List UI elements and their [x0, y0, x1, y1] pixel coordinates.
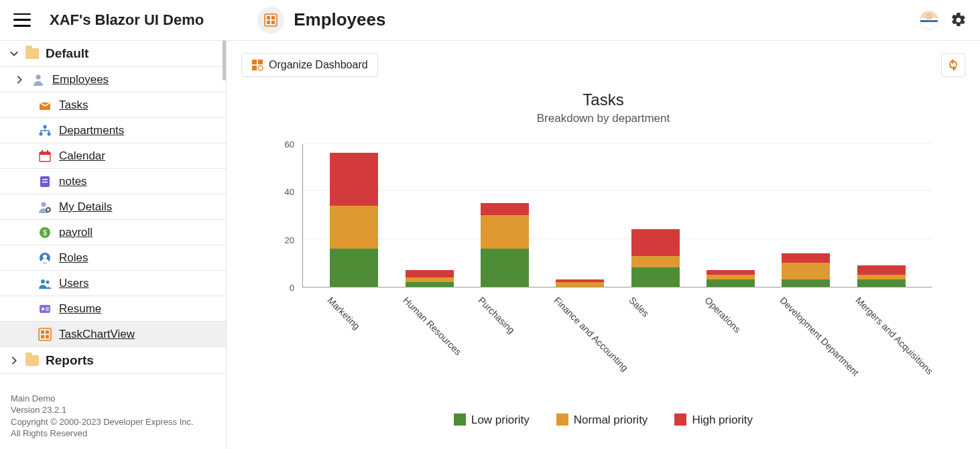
sidebar-item-label: Employees [52, 73, 109, 86]
sidebar-item-departments[interactable]: Departments [0, 118, 226, 143]
person-icon [31, 72, 46, 87]
svg-rect-32 [46, 330, 49, 334]
sidebar-item-label: Users [59, 277, 88, 290]
legend-item[interactable]: Low priority [454, 413, 530, 427]
y-axis-tick: 40 [267, 187, 294, 197]
sidebar-item-roles[interactable]: Roles [0, 245, 226, 271]
inbox-icon [38, 98, 52, 113]
bar-marketing[interactable] [330, 153, 378, 287]
chart-title: Tasks [583, 90, 623, 109]
y-axis-tick: 20 [267, 235, 294, 245]
svg-text:$: $ [43, 229, 47, 237]
svg-rect-28 [46, 308, 49, 308]
folder-icon [25, 355, 39, 366]
bar-development-department[interactable] [782, 253, 830, 287]
app-title: XAF's Blazor UI Demo [50, 11, 204, 29]
bar-segment [782, 263, 830, 279]
sidebar-item-label: Resume [59, 302, 101, 316]
sidebar-item-users[interactable]: Users [0, 271, 226, 296]
x-axis-label: Purchasing [418, 295, 518, 395]
bar-segment [782, 253, 830, 263]
lock-person-icon [38, 200, 52, 214]
footer-line: All Rights Reserved [11, 428, 215, 440]
dashboard-gear-icon [251, 59, 263, 71]
refresh-icon [946, 58, 960, 72]
folder-icon [25, 48, 39, 59]
sidebar-item-tasks[interactable]: Tasks [0, 92, 226, 118]
bar-sales[interactable] [631, 229, 680, 287]
bar-mergers-and-acquisitions[interactable] [857, 265, 906, 287]
nav-group-label: Reports [46, 353, 94, 368]
bar-segment [481, 215, 529, 249]
users-icon [38, 276, 52, 291]
sidebar-item-taskchartview[interactable]: TaskChartView [0, 322, 226, 347]
gear-icon [951, 12, 967, 28]
legend-swatch [674, 413, 686, 426]
svg-rect-30 [39, 328, 51, 340]
organize-dashboard-button[interactable]: Organize Dashboard [241, 53, 378, 77]
sidebar-item-payroll[interactable]: $payroll [0, 220, 226, 245]
bar-purchasing[interactable] [481, 203, 529, 287]
sidebar-item-my-details[interactable]: My Details [0, 194, 226, 220]
svg-rect-29 [46, 310, 49, 310]
sidebar-item-resume[interactable]: Resume [0, 296, 226, 322]
user-avatar[interactable] [920, 11, 938, 29]
refresh-button[interactable] [941, 53, 965, 77]
svg-rect-11 [40, 152, 50, 155]
svg-rect-1 [267, 16, 270, 19]
chevron-right-icon [13, 75, 25, 84]
svg-rect-36 [258, 60, 263, 64]
bar-segment [631, 267, 680, 287]
calendar-icon [38, 149, 52, 164]
sidebar-item-label: payroll [59, 226, 93, 239]
svg-rect-16 [42, 182, 48, 183]
legend-item[interactable]: High priority [674, 413, 753, 427]
bar-human-resources[interactable] [406, 270, 454, 287]
sidebar-item-employees[interactable]: Employees [0, 67, 226, 92]
svg-rect-34 [46, 335, 49, 338]
page-icon [257, 7, 284, 34]
bar-segment [330, 249, 378, 287]
x-axis-label: Human Resources [342, 295, 442, 395]
bar-segment [330, 206, 378, 249]
nav-group-reports[interactable]: Reports [0, 347, 226, 374]
svg-rect-0 [265, 14, 277, 26]
svg-point-8 [40, 132, 43, 135]
x-axis-label: Marketing [267, 295, 367, 395]
y-axis-tick: 0 [267, 283, 294, 293]
sidebar-item-label: notes [59, 175, 87, 188]
chart: Tasks Breakdown by department 0204060 Ma… [241, 90, 965, 427]
sidebar-item-notes[interactable]: notes [0, 169, 226, 194]
chart-legend: Low priorityNormal priorityHigh priority [454, 413, 753, 427]
svg-rect-35 [252, 60, 257, 64]
bar-operations[interactable] [707, 270, 755, 287]
nav-group-default[interactable]: Default [0, 40, 226, 67]
x-axis-label: Sales [568, 295, 669, 395]
sidebar-item-label: Calendar [59, 149, 105, 163]
button-label: Organize Dashboard [269, 59, 368, 71]
footer-line: Copyright © 2000-2023 Developer Express … [11, 416, 215, 428]
svg-rect-4 [271, 21, 275, 24]
bar-segment [707, 270, 755, 275]
money-icon: $ [38, 225, 52, 240]
svg-point-17 [42, 202, 46, 206]
footer-line: Main Demo [11, 393, 215, 405]
org-icon [38, 123, 52, 138]
bar-segment [406, 270, 454, 277]
bar-segment [782, 279, 830, 287]
x-axis-label: Mergers and Acquisitions [794, 295, 895, 395]
bar-finance-and-accounting[interactable] [556, 279, 604, 287]
svg-rect-33 [41, 335, 44, 338]
sidebar-item-label: Departments [59, 124, 124, 137]
sidebar-item-calendar[interactable]: Calendar [0, 143, 226, 169]
menu-toggle-icon[interactable] [13, 13, 31, 27]
legend-label: Normal priority [574, 413, 648, 426]
bar-segment [631, 256, 680, 268]
svg-rect-37 [252, 66, 257, 70]
legend-swatch [454, 413, 466, 426]
chevron-down-icon [8, 49, 20, 58]
legend-item[interactable]: Normal priority [556, 413, 648, 427]
bar-segment [406, 277, 454, 282]
settings-button[interactable] [951, 12, 967, 28]
nav-group-label: Default [46, 46, 88, 61]
